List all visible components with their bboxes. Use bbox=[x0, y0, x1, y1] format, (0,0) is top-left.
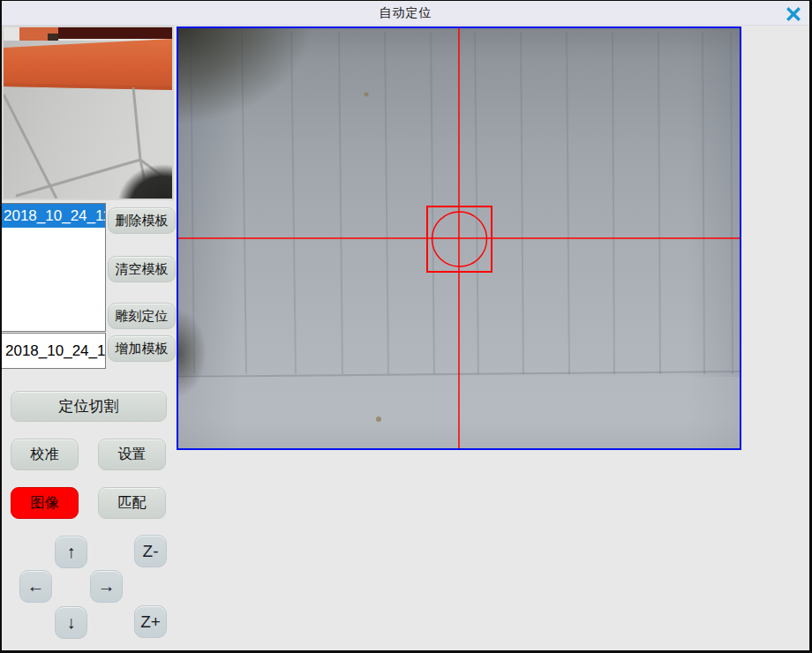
calibrate-button[interactable]: 校准 bbox=[11, 439, 79, 470]
titlebar: 自动定位 bbox=[2, 1, 809, 26]
jog-z-minus-button[interactable]: Z- bbox=[134, 535, 167, 567]
camera-feed bbox=[178, 28, 740, 448]
delete-template-button[interactable]: 删除模板 bbox=[108, 207, 176, 234]
close-icon[interactable] bbox=[785, 5, 802, 23]
settings-button[interactable]: 设置 bbox=[98, 439, 166, 470]
window-border-top bbox=[0, 0, 812, 1]
thumbnail-photo bbox=[4, 27, 172, 199]
jog-down-button[interactable]: ↓ bbox=[55, 606, 87, 639]
template-list-item-selected[interactable]: 2018_10_24_11 bbox=[2, 204, 105, 228]
image-button-active[interactable]: 图像 bbox=[11, 487, 79, 519]
template-list[interactable]: 2018_10_24_11 bbox=[1, 203, 106, 332]
match-button[interactable]: 匹配 bbox=[98, 487, 166, 519]
window-title: 自动定位 bbox=[380, 5, 432, 21]
template-name-input[interactable] bbox=[1, 333, 106, 369]
clear-templates-button[interactable]: 清空模板 bbox=[108, 256, 176, 282]
jog-right-button[interactable]: → bbox=[90, 570, 123, 603]
engrave-position-button[interactable]: 雕刻定位 bbox=[108, 303, 176, 329]
window-border-left bbox=[0, 0, 2, 653]
camera-view[interactable] bbox=[177, 26, 741, 450]
add-template-button[interactable]: 增加模板 bbox=[108, 335, 176, 362]
jog-z-plus-button[interactable]: Z+ bbox=[134, 605, 167, 638]
template-preview-thumbnail bbox=[2, 26, 174, 200]
jog-up-button[interactable]: ↑ bbox=[55, 536, 87, 568]
jog-left-button[interactable]: ← bbox=[19, 570, 52, 603]
position-cut-button[interactable]: 定位切割 bbox=[11, 391, 167, 422]
